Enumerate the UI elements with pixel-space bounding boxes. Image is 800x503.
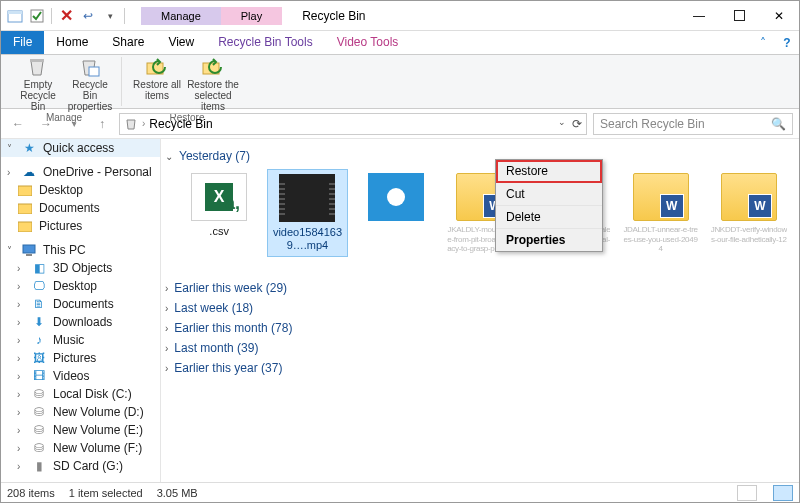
- address-row: ← → ▾ ↑ › Recycle Bin ⌄ ⟳ Search Recycle…: [1, 109, 799, 139]
- chevron-right-icon: ›: [165, 363, 168, 374]
- dropdown-icon[interactable]: ⌄: [558, 117, 566, 131]
- file-item-video[interactable]: video15841639….mp4: [267, 169, 347, 257]
- sd-icon: ▮: [31, 459, 47, 473]
- downloads-item[interactable]: ›⬇Downloads: [1, 313, 160, 331]
- onedrive-desktop-item[interactable]: Desktop: [1, 181, 160, 199]
- restore-all-button[interactable]: Restore all items: [132, 57, 182, 112]
- restore-sel-label: Restore the selected items: [184, 79, 242, 112]
- tab-video-tools[interactable]: Video Tools: [325, 31, 411, 54]
- file-item-csv[interactable]: a,.csv: [179, 169, 259, 257]
- ribbon-group-restore: Restore all items Restore the selected i…: [126, 57, 248, 106]
- qat-separator: [124, 8, 125, 24]
- context-menu: Restore Cut Delete Properties: [495, 159, 603, 252]
- title-bar: ✕ ↩ ▾ Manage Play Recycle Bin — ✕: [1, 1, 799, 31]
- back-button[interactable]: ←: [7, 113, 29, 135]
- onedrive-item[interactable]: ›☁OneDrive - Personal: [1, 163, 160, 181]
- properties-icon[interactable]: [29, 8, 45, 24]
- tab-view[interactable]: View: [156, 31, 206, 54]
- desktop-item[interactable]: ›🖵Desktop: [1, 277, 160, 295]
- file-item-folder[interactable]: JNKDDT-verify-windows-our-file-adhetical…: [709, 169, 789, 257]
- qat-separator: [51, 8, 52, 24]
- forward-button[interactable]: →: [35, 113, 57, 135]
- restore-sel-icon: [201, 57, 225, 77]
- volume-e-item[interactable]: ›⛁New Volume (E:): [1, 421, 160, 439]
- maximize-button[interactable]: [719, 2, 759, 30]
- status-bar: 208 items 1 item selected 3.05 MB: [1, 482, 799, 502]
- recent-locations-button[interactable]: ▾: [63, 113, 85, 135]
- volume-d-item[interactable]: ›⛁New Volume (D:): [1, 403, 160, 421]
- thumbnails-view-button[interactable]: [773, 485, 793, 501]
- documents-icon: 🗎: [31, 297, 47, 311]
- menu-properties[interactable]: Properties: [496, 229, 602, 251]
- pictures-icon: 🖼: [31, 351, 47, 365]
- sd-card-item[interactable]: ›▮SD Card (G:): [1, 457, 160, 475]
- delete-icon[interactable]: ✕: [58, 8, 74, 24]
- group-last-month[interactable]: ›Last month (39): [165, 341, 789, 355]
- group-yesterday[interactable]: ⌄Yesterday (7): [165, 149, 789, 163]
- search-placeholder: Search Recycle Bin: [600, 117, 705, 131]
- qat-customize-icon[interactable]: ▾: [102, 8, 118, 24]
- folder-icon: [17, 201, 33, 215]
- contact-icon: [368, 173, 424, 221]
- tab-share[interactable]: Share: [100, 31, 156, 54]
- excel-icon: a,: [191, 173, 247, 221]
- restore-all-icon: [145, 57, 169, 77]
- folder-icon: [17, 183, 33, 197]
- recycle-bin-icon: [124, 117, 138, 131]
- drive-icon: ⛁: [31, 441, 47, 455]
- group-last-week[interactable]: ›Last week (18): [165, 301, 789, 315]
- svg-rect-12: [26, 254, 32, 256]
- close-button[interactable]: ✕: [759, 2, 799, 30]
- svg-rect-3: [734, 11, 744, 21]
- breadcrumb[interactable]: Recycle Bin: [149, 117, 212, 131]
- folder-word-icon: [721, 173, 777, 221]
- volume-f-item[interactable]: ›⛁New Volume (F:): [1, 439, 160, 457]
- music-item[interactable]: ›♪Music: [1, 331, 160, 349]
- this-pc-item[interactable]: ˅This PC: [1, 241, 160, 259]
- onedrive-pictures-item[interactable]: Pictures: [1, 217, 160, 235]
- recycle-bin-properties-button[interactable]: Recycle Bin properties: [65, 57, 115, 112]
- restore-selected-button[interactable]: Restore the selected items: [184, 57, 242, 112]
- ribbon-body: Empty Recycle Bin Recycle Bin properties…: [1, 55, 799, 109]
- contextual-tabs: Manage Play: [141, 7, 282, 25]
- file-item-contact[interactable]: [356, 169, 436, 257]
- menu-cut[interactable]: Cut: [496, 183, 602, 206]
- refresh-icon[interactable]: ⟳: [572, 117, 582, 131]
- group-earlier-week[interactable]: ›Earlier this week (29): [165, 281, 789, 295]
- videos-item[interactable]: ›🎞Videos: [1, 367, 160, 385]
- undo-icon[interactable]: ↩: [80, 8, 96, 24]
- group-earlier-month[interactable]: ›Earlier this month (78): [165, 321, 789, 335]
- onedrive-documents-item[interactable]: Documents: [1, 199, 160, 217]
- ribbon-tabs: File Home Share View Recycle Bin Tools V…: [1, 31, 799, 55]
- menu-restore[interactable]: Restore: [496, 160, 602, 183]
- tab-home[interactable]: Home: [44, 31, 100, 54]
- file-item-folder[interactable]: JDALDLT-unnear-e-trees-use-you-used-2049…: [620, 169, 700, 257]
- quick-access-item[interactable]: ˅★Quick access: [1, 139, 160, 157]
- svg-rect-8: [18, 186, 32, 196]
- play-context-tab[interactable]: Play: [221, 7, 282, 25]
- menu-delete[interactable]: Delete: [496, 206, 602, 229]
- svg-rect-1: [8, 11, 22, 14]
- chevron-right-icon[interactable]: ›: [142, 118, 145, 129]
- search-input[interactable]: Search Recycle Bin 🔍: [593, 113, 793, 135]
- minimize-button[interactable]: —: [679, 2, 719, 30]
- 3d-objects-item[interactable]: ›◧3D Objects: [1, 259, 160, 277]
- ribbon-expand-icon[interactable]: ˄: [751, 31, 775, 54]
- navigation-pane: ˅★Quick access ›☁OneDrive - Personal Des…: [1, 139, 161, 482]
- up-button[interactable]: ↑: [91, 113, 113, 135]
- star-icon: ★: [21, 141, 37, 155]
- content-pane[interactable]: ⌄Yesterday (7) a,.csv video15841639….mp4…: [161, 139, 799, 482]
- address-bar[interactable]: › Recycle Bin ⌄ ⟳: [119, 113, 587, 135]
- local-disk-c-item[interactable]: ›⛁Local Disk (C:): [1, 385, 160, 403]
- chevron-right-icon: ›: [165, 343, 168, 354]
- tab-recycle-bin-tools[interactable]: Recycle Bin Tools: [206, 31, 325, 54]
- documents-item[interactable]: ›🗎Documents: [1, 295, 160, 313]
- empty-recycle-bin-button[interactable]: Empty Recycle Bin: [13, 57, 63, 112]
- tab-file[interactable]: File: [1, 31, 44, 54]
- group-earlier-year[interactable]: ›Earlier this year (37): [165, 361, 789, 375]
- help-icon[interactable]: ?: [775, 31, 799, 54]
- details-view-button[interactable]: [737, 485, 757, 501]
- manage-context-tab[interactable]: Manage: [141, 7, 221, 25]
- file-grid: a,.csv video15841639….mp4 JKALDLY-mouse-…: [179, 169, 789, 257]
- pictures-item[interactable]: ›🖼Pictures: [1, 349, 160, 367]
